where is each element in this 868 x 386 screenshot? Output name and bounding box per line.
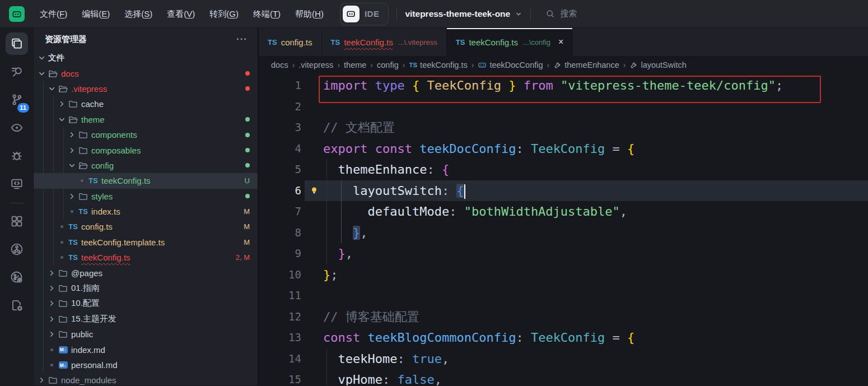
activity-extensions-grid-icon[interactable]	[6, 210, 28, 232]
code-text: export const teekDocConfig: TeekConfig =…	[323, 138, 634, 160]
git-status-badge: 2, M	[236, 253, 250, 262]
tree-item-styles[interactable]: styles	[34, 189, 258, 204]
chevron-right-icon	[47, 315, 57, 323]
tree-item-label: public	[69, 329, 93, 339]
editor-indent-guide	[326, 159, 327, 264]
tree-item-teekConfig.ts[interactable]: TSteekConfig.tsU	[34, 173, 258, 188]
tree-item-.vitepress[interactable]: .vitepress	[34, 81, 258, 96]
more-actions-icon[interactable]: ···	[236, 34, 248, 45]
line-content: export const teekDocConfig: TeekConfig =…	[305, 138, 868, 160]
tree-item-public[interactable]: public	[34, 327, 258, 342]
menu-item-t[interactable]: 终端(T)	[246, 0, 288, 28]
tree-item-personal.md[interactable]: M↓personal.md	[34, 357, 258, 373]
chevron-right-icon	[47, 284, 57, 292]
activity-source-control-icon[interactable]: 11	[6, 89, 28, 111]
breadcrumb-item-themeEnhance[interactable]: themeEnhance	[553, 61, 619, 69]
tree-item-10.[interactable]: 10.配置	[34, 296, 258, 311]
tree-item-@pages[interactable]: @pages	[34, 265, 258, 280]
breadcrumb-item-theme[interactable]: theme	[344, 61, 366, 69]
tree-item-components[interactable]: components	[34, 127, 258, 142]
breadcrumb-item-layoutSwitch[interactable]: layoutSwitch	[629, 61, 686, 69]
breadcrumb-item-teekDocConfig[interactable]: teekDocConfig	[478, 61, 543, 69]
tree-item-15.[interactable]: 15.主题开发	[34, 311, 258, 327]
menu-item-g[interactable]: 转到(G)	[202, 0, 246, 28]
menu-item-s[interactable]: 选择(S)	[117, 0, 160, 28]
tree-item-config.ts[interactable]: TSconfig.tsM	[34, 219, 258, 234]
files-icon	[10, 36, 24, 51]
breadcrumb-label: layoutSwitch	[641, 61, 686, 69]
activity-preview-eye-icon[interactable]	[6, 117, 28, 139]
tree-item-label: node_modules	[59, 375, 116, 385]
code-review-icon	[10, 270, 24, 285]
line-content: },	[305, 222, 868, 244]
line-number: 1	[259, 75, 305, 96]
breadcrumb-separator: ›	[472, 61, 474, 69]
tree-item-teekConfig.template.ts[interactable]: TSteekConfig.template.tsM	[34, 235, 258, 250]
breadcrumb-label: config	[377, 61, 399, 69]
code-text: // 文档配置	[323, 117, 395, 138]
tree-item-node_modules[interactable]: node_modules	[34, 373, 258, 385]
chevron-right-icon	[47, 299, 57, 308]
symbol-property-icon	[553, 61, 562, 69]
menu-item-h[interactable]: 帮助(H)	[288, 0, 331, 28]
tree-section-[interactable]: 文件	[34, 50, 258, 66]
ide-badge[interactable]: IDE	[340, 3, 389, 25]
line-content: // 博客基础配置	[305, 306, 868, 328]
breadcrumb-item-.vitepress[interactable]: .vitepress	[298, 61, 333, 69]
menu-item-f[interactable]: 文件(F)	[32, 0, 74, 28]
tree-item-config[interactable]: config	[34, 158, 258, 173]
tab-teekConfig.ts-1[interactable]: TSteekConfig.ts...\.vitepress	[322, 28, 447, 56]
tree-item-teekConfig.ts[interactable]: TSteekConfig.ts2, M	[34, 250, 258, 265]
tree-item-index.ts[interactable]: TSindex.tsM	[34, 204, 258, 219]
breadcrumb-label: teekDocConfig	[489, 61, 543, 69]
activity-code-review-icon[interactable]	[6, 266, 28, 289]
activity-runner-config-icon[interactable]	[6, 294, 28, 317]
tree-item-01.[interactable]: 01.指南	[34, 281, 258, 296]
tree-item-docs[interactable]: docs	[34, 66, 258, 81]
code-line-5: 5 themeEnhance: {	[259, 159, 868, 180]
global-search[interactable]: 搜索	[545, 8, 577, 19]
breadcrumb-separator: ›	[337, 61, 340, 69]
tree-item-cache[interactable]: cache	[34, 96, 258, 111]
glyph-margin	[305, 201, 323, 222]
chevron-right-icon	[47, 269, 57, 277]
editor-indent-guide	[326, 348, 327, 386]
tree-item-composables[interactable]: composables	[34, 142, 258, 157]
breadcrumb-item-config[interactable]: config	[377, 61, 399, 69]
chevron-right-icon	[67, 131, 77, 139]
menu-item-e[interactable]: 编辑(E)	[74, 0, 117, 28]
code-line-11: 11	[259, 285, 868, 306]
chevron-right-icon	[57, 100, 67, 108]
file-dot-icon	[47, 348, 57, 351]
tab-config.ts-0[interactable]: TSconfig.ts	[259, 28, 322, 56]
pipeline-icon	[10, 242, 24, 257]
menu-item-v[interactable]: 查看(V)	[160, 0, 202, 28]
activity-files-icon[interactable]	[6, 32, 28, 55]
tree-item-label: cache	[80, 99, 104, 109]
code-editor[interactable]: 1import type { TeekConfig } from "vitepr…	[259, 74, 868, 385]
project-selector[interactable]: vitepress-theme-teek-one	[405, 9, 522, 19]
activity-bar: 11	[0, 28, 34, 385]
tree-item-label: docs	[59, 69, 79, 78]
glyph-margin	[305, 96, 323, 118]
activity-debug-icon[interactable]	[6, 145, 28, 167]
git-status-dot	[245, 194, 250, 198]
folder-icon	[57, 329, 69, 339]
close-icon[interactable]: ×	[558, 37, 563, 47]
tab-teekConfig.ts-2[interactable]: TSteekConfig.ts...\config×	[447, 28, 573, 56]
tab-label: teekConfig.ts	[469, 38, 518, 47]
breadcrumb-item-docs[interactable]: docs	[271, 61, 288, 69]
activity-pipeline-icon[interactable]	[6, 238, 28, 261]
divider	[530, 8, 531, 20]
tree-item-index.md[interactable]: M↓index.md	[34, 342, 258, 357]
line-number: 15	[259, 369, 305, 385]
breadcrumb-item-teekConfig.ts[interactable]: TSteekConfig.ts	[409, 61, 467, 69]
line-content	[305, 285, 868, 306]
lightbulb-icon[interactable]	[305, 180, 323, 202]
tree-item-theme[interactable]: theme	[34, 112, 258, 127]
glyph-margin	[305, 327, 323, 348]
activity-search-icon[interactable]	[6, 61, 28, 83]
breadcrumb-label: teekConfig.ts	[420, 61, 468, 69]
code-text: vpHome: false,	[323, 369, 442, 385]
activity-remote-window-icon[interactable]	[6, 173, 28, 195]
